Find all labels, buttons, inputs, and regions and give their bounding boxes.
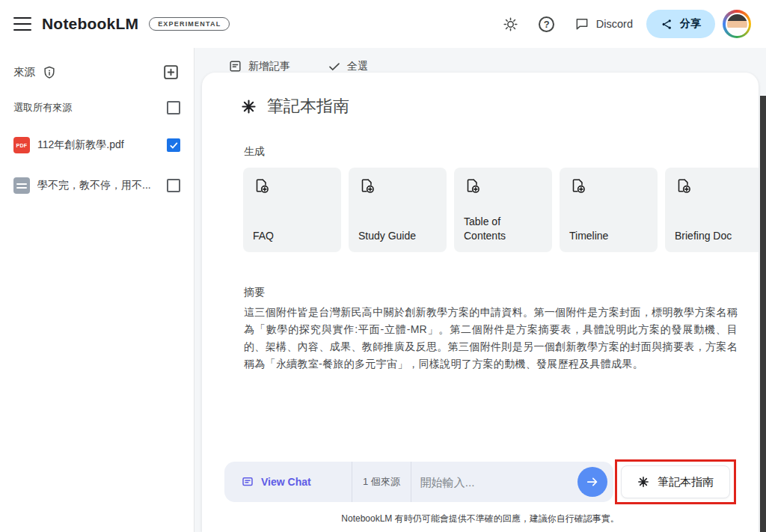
generate-card-briefing-doc[interactable]: Briefing Doc xyxy=(665,168,759,252)
doc-add-icon xyxy=(358,177,375,194)
chat-input-bar: View Chat 1 個來源 xyxy=(224,462,613,502)
notebook-guide-panel: 筆記本指南 生成 FAQ St xyxy=(202,73,759,532)
generate-card-study-guide[interactable]: Study Guide xyxy=(349,168,447,252)
brightness-icon xyxy=(503,16,518,32)
document-file-icon xyxy=(13,177,30,194)
check-icon xyxy=(328,60,341,73)
generate-cards-row: FAQ Study Guide Table of xyxy=(243,168,759,252)
generate-card-faq[interactable]: FAQ xyxy=(243,168,341,252)
header-left: NotebookLM EXPERIMENTAL xyxy=(13,15,230,33)
doc-add-icon xyxy=(569,177,586,194)
notebook-guide-button-label: 筆記本指南 xyxy=(658,475,714,489)
send-button[interactable] xyxy=(577,467,607,497)
header: NotebookLM EXPERIMENTAL ? Discord xyxy=(0,0,766,48)
view-chat-button[interactable]: View Chat xyxy=(224,475,352,489)
source-name: 學不完，教不停，用不... xyxy=(37,179,161,192)
select-all-notes-label: 全選 xyxy=(347,60,368,73)
select-all-label: 選取所有來源 xyxy=(13,101,72,114)
generate-card-label: Timeline xyxy=(569,229,650,243)
summary-text: 這三個附件皆是台灣新民高中關於創新教學方案的申請資料。第一個附件是方案封面，標明… xyxy=(244,304,738,373)
generate-label: 生成 xyxy=(244,145,265,159)
chat-bubble-icon xyxy=(574,16,589,31)
notebook-guide-button[interactable]: 筆記本指南 xyxy=(621,465,730,498)
generate-card-timeline[interactable]: Timeline xyxy=(560,168,658,252)
pdf-file-icon: PDF xyxy=(13,137,30,153)
generate-card-label: FAQ xyxy=(253,229,334,243)
note-add-icon xyxy=(228,59,242,73)
select-all-notes-button[interactable]: 全選 xyxy=(328,59,368,73)
sources-label: 來源 xyxy=(13,65,35,79)
add-note-button[interactable]: 新增記事 xyxy=(228,59,290,73)
sparkle-icon xyxy=(241,99,257,114)
source-checkbox[interactable] xyxy=(167,179,180,192)
guide-title-row: 筆記本指南 xyxy=(241,95,349,117)
avatar[interactable] xyxy=(723,10,751,38)
generate-card-table-of-contents[interactable]: Table of Contents xyxy=(454,168,552,252)
avatar-photo xyxy=(726,13,749,36)
sparkle-icon xyxy=(637,476,649,488)
generate-card-label: Briefing Doc xyxy=(675,229,756,243)
select-all-checkbox[interactable] xyxy=(167,101,180,114)
share-label: 分享 xyxy=(680,17,701,31)
add-note-label: 新增記事 xyxy=(248,60,290,73)
doc-add-icon xyxy=(675,177,691,194)
main-area: 新增記事 全選 筆記本指南 生成 xyxy=(194,48,766,532)
add-source-button[interactable] xyxy=(162,63,180,82)
sources-sidebar: 來源 選取所有來源 PDF 112年創新教學.pdf xyxy=(0,48,194,532)
doc-add-icon xyxy=(464,177,480,194)
share-button[interactable]: 分享 xyxy=(646,10,715,38)
chat-input[interactable] xyxy=(411,462,577,502)
source-row-doc[interactable]: 學不完，教不停，用不... xyxy=(13,177,180,194)
source-checkbox-checked[interactable] xyxy=(167,138,180,152)
summary-label: 摘要 xyxy=(244,286,265,299)
select-all-sources-row: 選取所有來源 xyxy=(13,101,180,114)
header-right: ? Discord 分享 xyxy=(497,10,751,38)
discord-button[interactable]: Discord xyxy=(569,12,639,36)
doc-add-icon xyxy=(253,177,269,194)
experimental-badge: EXPERIMENTAL xyxy=(149,17,230,31)
red-annotation-box: 筆記本指南 xyxy=(615,459,736,504)
menu-icon[interactable] xyxy=(13,17,31,31)
generate-card-label: Study Guide xyxy=(358,229,439,243)
sources-header: 來源 xyxy=(13,63,180,82)
generate-card-label: Table of Contents xyxy=(464,215,545,243)
source-row-pdf[interactable]: PDF 112年創新教學.pdf xyxy=(13,137,180,153)
help-button[interactable]: ? xyxy=(533,10,561,38)
arrow-right-icon xyxy=(585,474,600,489)
add-box-icon xyxy=(162,63,180,82)
share-icon xyxy=(661,18,673,31)
app-logo: NotebookLM xyxy=(42,15,138,33)
disclaimer-text: NotebookLM 有時仍可能會提供不準確的回應，建議你自行確認事實。 xyxy=(202,513,759,525)
vertical-scrollbar[interactable] xyxy=(760,96,766,532)
source-name: 112年創新教學.pdf xyxy=(37,138,161,152)
chat-row: View Chat 1 個來源 xyxy=(224,459,736,505)
source-count-chip: 1 個來源 xyxy=(352,462,411,502)
chat-icon xyxy=(241,475,254,489)
view-chat-label: View Chat xyxy=(261,476,311,488)
shield-person-icon xyxy=(42,65,57,80)
guide-title: 筆記本指南 xyxy=(267,95,349,117)
help-icon: ? xyxy=(539,16,554,32)
discord-label: Discord xyxy=(596,18,633,30)
notes-toolbar: 新增記事 全選 xyxy=(228,59,368,73)
dark-mode-toggle-button[interactable] xyxy=(497,10,525,38)
